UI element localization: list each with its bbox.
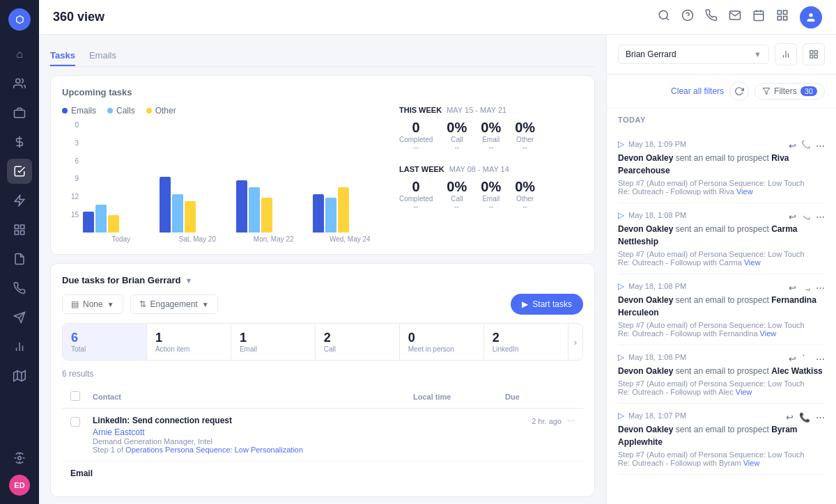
reply-icon[interactable]: ↩ (786, 412, 794, 423)
sidebar-item-phone[interactable] (7, 276, 32, 301)
activity-actions: ↩ ⋯ (789, 141, 825, 151)
reply-icon[interactable]: ↩ (789, 212, 796, 222)
count-total[interactable]: 6 Total (63, 324, 147, 360)
grid-view-button[interactable] (803, 43, 825, 65)
play-icon: ▶ (522, 299, 528, 309)
settings-icon[interactable] (7, 446, 32, 471)
counts-arrow[interactable]: › (568, 324, 582, 360)
chart-legend: Emails Calls Other (62, 106, 388, 116)
more-icon[interactable]: ⋯ (816, 141, 825, 151)
view-link-1[interactable]: View (736, 187, 753, 196)
chart-view-button[interactable] (775, 43, 797, 65)
count-action-item[interactable]: 1 Action item (147, 324, 231, 360)
calendar-icon[interactable] (752, 9, 765, 25)
sidebar-item-send[interactable] (7, 305, 32, 330)
bar-chart-area: 15 12 9 6 3 0 (62, 121, 388, 233)
more-icon[interactable]: ⋯ (816, 412, 825, 423)
tab-bar: Tasks Emails (50, 46, 595, 67)
filters-button[interactable]: Filters 30 (754, 83, 825, 100)
chevron-down-icon[interactable]: ▼ (185, 276, 193, 285)
user-profile-icon[interactable] (800, 6, 822, 29)
bar-sat-emails (160, 177, 171, 233)
help-icon[interactable] (681, 9, 694, 25)
activity-time: ▷ May 18, 1:07 PM (618, 411, 686, 420)
phone-action-icon[interactable] (802, 354, 810, 364)
refresh-button[interactable] (729, 81, 749, 101)
reply-icon[interactable]: ↩ (789, 141, 796, 151)
count-call[interactable]: 2 Call (316, 324, 400, 360)
sidebar-logo[interactable]: ⬡ (8, 8, 31, 31)
bar-sat-other (185, 201, 196, 233)
sidebar-item-users[interactable] (7, 71, 32, 96)
more-options-icon[interactable]: ⋯ (567, 417, 575, 426)
more-icon[interactable]: ⋯ (816, 283, 825, 293)
more-icon[interactable]: ⋯ (816, 212, 825, 222)
reply-icon[interactable]: ↩ (789, 283, 796, 293)
user-avatar[interactable]: ED (9, 475, 30, 496)
person-name: Brian Gerrard (626, 49, 676, 59)
sidebar-item-lightning[interactable] (7, 188, 32, 213)
view-link-3[interactable]: View (760, 329, 777, 338)
mail-icon[interactable] (729, 9, 741, 25)
phone-action-icon[interactable] (802, 212, 810, 222)
last-week-block: LAST WEEK MAY 08 - MAY 14 0 Completed -- (399, 165, 583, 210)
select-all-checkbox[interactable] (70, 391, 80, 401)
view-link-5[interactable]: View (743, 459, 760, 467)
activity-section: TODAY (607, 109, 836, 132)
count-meet[interactable]: 0 Meet in person (400, 324, 484, 360)
sidebar-item-home[interactable]: ⌂ (7, 42, 32, 67)
last-week-stats: 0 Completed -- 0% Call -- (399, 179, 583, 210)
activity-item: ▷ May 18, 1:08 PM ↩ ⋯ Devon Oakley sen (618, 274, 825, 345)
bar-label-sat: Sat, May 20 (160, 235, 236, 243)
search-icon[interactable] (658, 9, 670, 25)
tab-emails[interactable]: Emails (89, 46, 116, 66)
stat-lw-completed: 0 Completed -- (399, 179, 433, 210)
sort-engagement-button[interactable]: ⇅ Engagement ▼ (130, 294, 218, 314)
due-tasks-card: Due tasks for Brian Gerrard ▼ ▤ None ▼ ⇅… (50, 263, 595, 497)
contact-name[interactable]: Arnie Eastcott (93, 427, 405, 437)
apps-icon[interactable] (776, 9, 789, 25)
sidebar-item-map[interactable] (7, 363, 32, 388)
count-linkedin[interactable]: 2 LinkedIn (484, 324, 568, 360)
main-area: 360 view (39, 0, 836, 504)
clear-all-button[interactable]: Clear all filters (671, 86, 724, 96)
tab-tasks[interactable]: Tasks (50, 46, 75, 66)
sidebar-item-dollar[interactable] (7, 129, 32, 155)
start-tasks-button[interactable]: ▶ Start tasks (511, 294, 583, 315)
sidebar-item-briefcase[interactable] (7, 100, 32, 125)
count-email[interactable]: 1 Email (231, 324, 316, 360)
more-icon[interactable]: ⋯ (816, 354, 825, 364)
sidebar-item-chart[interactable] (7, 334, 32, 359)
sequence-link[interactable]: Operations Persona Sequence: Low Persona… (125, 446, 303, 454)
svg-point-21 (659, 10, 667, 19)
activity-item: ▷ May 18, 1:08 PM ↩ ⋯ Devon Oakley sen (618, 203, 825, 274)
view-link-4[interactable]: View (736, 388, 752, 396)
legend-other: Other (146, 106, 176, 116)
activity-time: ▷ May 18, 1:08 PM (618, 281, 686, 291)
reply-icon[interactable]: ↩ (789, 354, 796, 364)
svg-rect-5 (21, 225, 24, 228)
view-link-2[interactable]: View (744, 258, 761, 267)
bar-today-emails (83, 212, 94, 233)
activity-text-4: Devon Oakley sent an email to prospect A… (618, 365, 825, 377)
this-week-stats: 0 Completed -- 0% Call -- (399, 120, 583, 151)
person-selector[interactable]: Brian Gerrard ▼ (618, 45, 769, 64)
row-checkbox[interactable] (70, 417, 80, 427)
activity-re-1: Re: Outreach - Followup with Riva View (618, 187, 825, 196)
sort-chevron-icon: ▼ (202, 301, 209, 308)
svg-rect-1 (15, 110, 25, 118)
svg-point-33 (809, 13, 812, 17)
sidebar-item-reports[interactable] (7, 246, 32, 271)
activity-actions: ↩ ⋯ (789, 212, 825, 222)
phone-icon[interactable] (705, 9, 718, 25)
sidebar-item-grid[interactable] (7, 217, 32, 242)
sidebar-item-tasks[interactable] (7, 159, 32, 184)
activity-time: ▷ May 18, 1:08 PM (618, 352, 686, 362)
filter-none-button[interactable]: ▤ None ▼ (62, 294, 123, 314)
svg-marker-13 (14, 371, 26, 381)
phone-action-icon[interactable]: 📞 (799, 412, 810, 423)
bar-group-mon (236, 135, 311, 233)
phone-action-icon[interactable] (802, 283, 810, 293)
week-stats: THIS WEEK MAY 15 - MAY 21 0 Completed -- (388, 106, 583, 243)
phone-action-icon[interactable] (802, 141, 810, 151)
